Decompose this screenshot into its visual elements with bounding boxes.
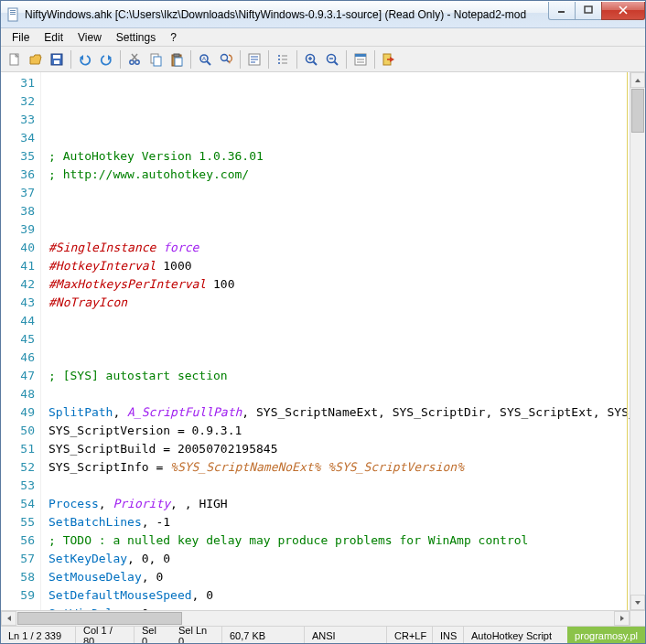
code-line[interactable]	[48, 477, 630, 495]
svg-marker-55	[635, 601, 641, 605]
code-line[interactable]	[48, 385, 630, 403]
vertical-scrollbar[interactable]	[630, 72, 645, 610]
scroll-right-button[interactable]	[614, 611, 630, 626]
menu-edit[interactable]: Edit	[37, 29, 70, 46]
code-line[interactable]	[48, 220, 630, 239]
line-gutter: 3132333435363738394041424344454647484950…	[1, 72, 41, 610]
wordwrap-button[interactable]	[244, 49, 264, 70]
code-line[interactable]	[48, 129, 630, 147]
code-line[interactable]: #NoTrayIcon	[48, 294, 630, 312]
code-line[interactable]: #MaxHotkeysPerInterval 100	[48, 275, 630, 294]
scheme-button[interactable]	[350, 49, 371, 70]
exit-icon	[382, 52, 396, 67]
redo-button[interactable]	[96, 49, 116, 70]
svg-rect-11	[53, 55, 60, 59]
code-area[interactable]: ; AutoHotkey Version 1.0.36.01; http://w…	[41, 72, 630, 610]
linenum-icon	[275, 52, 290, 67]
toolbar-separator	[296, 50, 297, 69]
code-line[interactable]: ; [SYS] autostart section	[48, 367, 630, 385]
maximize-button[interactable]	[575, 2, 602, 20]
paste-icon	[169, 52, 184, 67]
svg-line-41	[314, 61, 318, 65]
scroll-left-button[interactable]	[1, 611, 16, 626]
menu-file[interactable]: File	[5, 29, 37, 46]
zoomin-icon	[304, 52, 318, 67]
svg-point-16	[135, 59, 139, 63]
svg-line-45	[335, 61, 339, 65]
svg-point-15	[130, 59, 134, 63]
status-eol: CR+LF	[387, 627, 433, 644]
svg-rect-22	[174, 54, 179, 57]
undo-button[interactable]	[75, 49, 95, 70]
code-line[interactable]: ; http://www.autohotkey.com/	[48, 166, 630, 184]
toolbar-separator	[268, 50, 269, 69]
linenum-button[interactable]	[273, 49, 293, 70]
code-line[interactable]: SetKeyDelay, 0, 0	[48, 550, 630, 568]
close-button[interactable]	[601, 2, 645, 20]
save-icon	[49, 52, 64, 67]
toolbar-separator	[70, 50, 71, 69]
code-line[interactable]	[48, 330, 630, 349]
find-button[interactable]: A	[195, 49, 215, 70]
open-icon	[28, 52, 43, 67]
exit-button[interactable]	[379, 49, 399, 70]
window-title: NiftyWindows.ahk [C:\Users\Ikz\Downloads…	[25, 8, 549, 21]
editor: 3132333435363738394041424344454647484950…	[1, 72, 645, 610]
new-button[interactable]	[5, 49, 25, 70]
svg-rect-5	[585, 6, 592, 13]
code-line[interactable]	[48, 184, 630, 202]
menu-settings[interactable]: Settings	[109, 29, 163, 46]
toolbar-separator	[240, 50, 241, 69]
menubar: File Edit View Settings ?	[1, 28, 645, 47]
titlebar[interactable]: NiftyWindows.ahk [C:\Users\Ikz\Downloads…	[1, 1, 645, 28]
code-line[interactable]: SplitPath, A_ScriptFullPath, SYS_ScriptN…	[48, 403, 630, 422]
code-line[interactable]: #HotkeyInterval 1000	[48, 257, 630, 275]
code-line[interactable]: #SingleInstance force	[48, 239, 630, 257]
code-line[interactable]	[48, 312, 630, 330]
horizontal-scrollbar[interactable]	[1, 610, 645, 626]
undo-icon	[78, 52, 92, 67]
code-line[interactable]: SetDefaultMouseSpeed, 0	[48, 586, 630, 605]
cut-button[interactable]	[124, 49, 145, 70]
cut-icon	[127, 52, 142, 67]
code-line[interactable]: SetWinDelay, 0	[48, 605, 630, 610]
hscroll-thumb[interactable]	[17, 612, 182, 625]
menu-help[interactable]: ?	[163, 29, 184, 46]
code-line[interactable]: SYS_ScriptBuild = 20050702195845	[48, 440, 630, 458]
app-icon	[6, 7, 21, 22]
status-col: Col 1 / 80	[76, 627, 135, 644]
code-line[interactable]: ; AutoHotkey Version 1.0.36.01	[48, 147, 630, 166]
new-icon	[7, 52, 22, 67]
code-line[interactable]: Process, Priority, , HIGH	[48, 495, 630, 513]
toolbar: A	[1, 47, 645, 72]
code-line[interactable]	[48, 349, 630, 367]
scroll-thumb[interactable]	[631, 89, 644, 133]
statusbar: Ln 1 / 2 339 Col 1 / 80 Sel 0 Sel Ln 0 6…	[1, 626, 645, 644]
svg-rect-1	[10, 10, 16, 11]
save-button[interactable]	[47, 49, 67, 70]
redo-icon	[99, 52, 113, 67]
replace-button[interactable]	[216, 49, 236, 70]
svg-rect-48	[355, 54, 366, 57]
code-line[interactable]: SYS_ScriptVersion = 0.9.3.1	[48, 422, 630, 440]
wordwrap-icon	[247, 52, 262, 67]
code-line[interactable]: SetMouseDelay, 0	[48, 568, 630, 586]
status-selln: Sel Ln 0	[171, 627, 222, 644]
scroll-up-button[interactable]	[630, 72, 645, 88]
open-button[interactable]	[26, 49, 46, 70]
zoomout-button[interactable]	[322, 49, 342, 70]
minimize-button[interactable]	[548, 2, 576, 20]
code-line[interactable]: SYS_ScriptInfo = %SYS_ScriptNameNoExt% %…	[48, 458, 630, 477]
code-line[interactable]	[48, 202, 630, 220]
copy-button[interactable]	[145, 49, 166, 70]
svg-rect-20	[154, 57, 161, 66]
scroll-down-button[interactable]	[630, 595, 645, 610]
svg-text:A: A	[202, 56, 206, 61]
svg-rect-12	[54, 60, 59, 64]
menu-view[interactable]: View	[70, 29, 109, 46]
paste-button[interactable]	[167, 49, 187, 70]
code-line[interactable]: ; TODO : a nulled key delay may produce …	[48, 531, 630, 550]
code-line[interactable]: SetBatchLines, -1	[48, 513, 630, 531]
svg-point-27	[221, 54, 228, 60]
zoomin-button[interactable]	[301, 49, 321, 70]
